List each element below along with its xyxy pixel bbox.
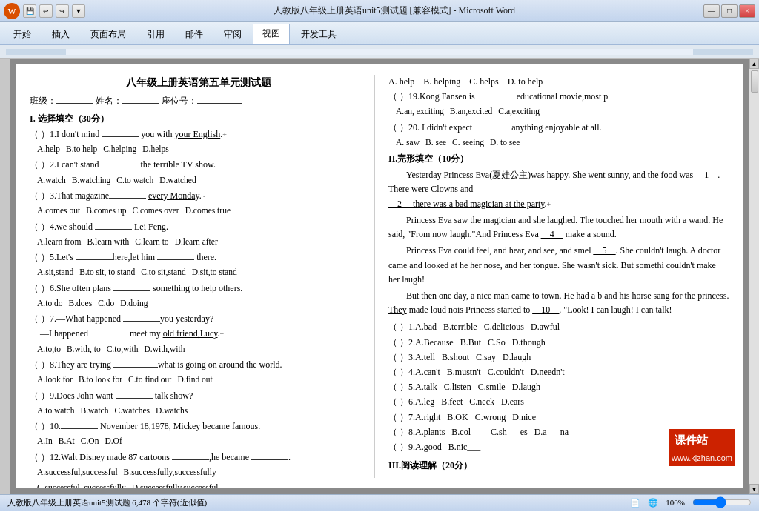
watermark-url: www.kjzhan.com [669,451,735,466]
q4-options: A.learn fromB.learn withC.learn toD.lear… [37,235,367,248]
q9-options: A.to watchB.watchC.watchesD.watchs [37,404,367,417]
doc-title: 八年级上册英语第五单元测试题 [30,75,367,91]
title-bar: W 💾 ↩ ↪ ▼ 人教版八年级上册英语unit5测试题 [兼容模式] - Mi… [0,0,759,22]
save-icon[interactable]: 💾 [23,4,36,18]
tab-insert[interactable]: 插入 [42,24,79,44]
right-top-line: A. help B. helping C. helps D. to help [388,75,729,89]
q1-opt-d: D.helps [142,142,168,156]
zoom-slider[interactable] [692,498,752,507]
q6-options: A.to doB.doesC.doD.doing [37,296,367,310]
q1-paren: （ ）1.I don't mind [30,129,102,139]
q1-opt-a: A.help [37,142,60,156]
status-left: 人教版八年级上册英语unit5测试题 6,478 个字符(近似值) [7,497,207,508]
q1-opt-b: B.to help [66,142,97,156]
q2-options: A.watchB.watchingC.to watchD.watched [37,173,367,187]
minimize-button[interactable]: — [703,4,720,18]
question-8: （ ）8.They are trying what is going on ar… [30,358,367,372]
scroll-up-button[interactable]: ▲ [749,59,759,69]
passage-intro: Yesterday Princess Eva(夏娃公主)was happy. S… [388,168,729,196]
q8-options: A.look forB.to look forC.to find outD.fi… [37,373,367,386]
passage-para3: Princess Eva could feel, and hear, and s… [388,244,729,287]
question-1: （ ）1.I don't mind you with your English.… [30,127,367,142]
watermark: 课件站 www.kjzhan.com [669,429,735,466]
cloze-5: （ ）5.A.talk C.listen C.smile D.laugh [388,380,729,394]
undo-icon[interactable]: ↩ [39,4,53,18]
section2-header: II.完形填空（10分） [388,152,729,166]
question-2: （ ）2.I can't stand the terrible TV show. [30,158,367,172]
cloze-2: （ ）2.A.Because B.But C.So D.though [388,336,729,350]
question-6: （ ）6.She often plans something to help o… [30,282,367,296]
redo-icon[interactable]: ↪ [56,4,69,18]
view-web-icon[interactable]: 🌐 [648,498,658,508]
question-20: （ ）20. I didn't expect anything enjoyabl… [388,121,729,135]
status-bar: 人教版八年级上册英语unit5测试题 6,478 个字符(近似值) 📄 🌐 10… [0,494,759,511]
q5-options: A.sit,standB.to sit, to standC.to sit,st… [37,265,367,279]
status-right: 📄 🌐 100% [630,498,752,508]
q3-options: A.comes outB.comes upC.comes overD.comes… [37,204,367,217]
q20-options: A. sawB. seeC. seeingD. to see [396,136,729,149]
ruler [0,45,759,59]
right-scrollbar[interactable]: ▲ ▼ [749,59,759,494]
close-button[interactable]: × [739,4,755,18]
window-controls: — □ × [703,4,755,18]
question-3: （ ）3.That magazine every Monday.~ [30,189,367,203]
cloze-1: （ ）1.A.bad B.terrible C.delicious D.awfu… [388,320,729,334]
question-9: （ ）9.Does John want talk show? [30,389,367,403]
cloze-6: （ ）6.A.leg B.feet C.neck D.ears [388,395,729,409]
scroll-down-button[interactable]: ▼ [749,484,759,494]
doc-subtitle: 班级： 姓名： 座位号： [30,94,367,108]
document-page: 八年级上册英语第五单元测试题 班级： 姓名： 座位号： I. 选择填空（30分）… [16,64,743,488]
doc-left-column: 八年级上册英语第五单元测试题 班级： 姓名： 座位号： I. 选择填空（30分）… [30,75,375,478]
document-main: 八年级上册英语第五单元测试题 班级： 姓名： 座位号： I. 选择填空（30分）… [10,59,749,494]
document-container: 八年级上册英语第五单元测试题 班级： 姓名： 座位号： I. 选择填空（30分）… [0,59,759,494]
tab-developer[interactable]: 开发工具 [291,24,346,44]
q1-opt-c: C.helping [103,142,136,156]
question-4: （ ）4.we should Lei Feng. [30,220,367,234]
customize-icon[interactable]: ▼ [72,4,85,18]
question-7-cont: —I happened meet my old friend,Lucy.+ [40,327,367,341]
cloze-3: （ ）3.A.tell B.shout C.say D.laugh [388,350,729,365]
section1-header: I. 选择填空（30分） [30,112,367,126]
question-7: （ ）7.—What happened you yesterday? [30,312,367,326]
title-bar-left: W 💾 ↩ ↪ ▼ [4,3,85,19]
question-12: （ ）12.Walt Disney made 87 cartoons ,he b… [30,450,367,465]
q10-options: A.InB.AtC.OnD.Of [37,434,367,448]
question-19: （ ）19.Kong Fansen is educational movie,m… [388,90,729,104]
view-print-icon[interactable]: 📄 [630,498,640,508]
doc-right-column: A. help B. helping C. helps D. to help （… [384,75,729,478]
question-10: （ ）10. November 18,1978, Mickey became f… [30,419,367,433]
passage-para4: But then one day, a nice man came to tow… [388,289,729,317]
office-logo: W [4,3,20,19]
tab-references[interactable]: 引用 [137,24,174,44]
question-5: （ ）5.Let's here,let him there. [30,250,367,265]
q1-options: A.help B.to help C.helping D.helps [37,142,367,156]
cloze-7: （ ）7.A.right B.OK C.wrong D.nice [388,410,729,425]
maximize-button[interactable]: □ [721,4,738,18]
q12-options2: C.successful, successfullyD.successfully… [37,481,367,488]
tab-layout[interactable]: 页面布局 [81,24,136,44]
passage-para2: Princess Eva saw the magician and she la… [388,213,729,242]
passage-line2: __2__ there was a bad magician at the pa… [388,197,729,211]
tab-mail[interactable]: 邮件 [176,24,213,44]
left-scrollbar [0,59,10,494]
scroll-thumb[interactable] [751,70,758,93]
zoom-level: 100% [666,498,685,508]
q7-options: A.to,toB.with, toC.to,withD.with,with [37,342,367,356]
tab-start[interactable]: 开始 [4,24,41,44]
q12-options: A.successful,successfulB.successfully,su… [37,465,367,479]
tab-review[interactable]: 审阅 [214,24,251,44]
ribbon: 开始 插入 页面布局 引用 邮件 审阅 视图 开发工具 [0,22,759,45]
ribbon-tabs: 开始 插入 页面布局 引用 邮件 审阅 视图 开发工具 [0,22,759,44]
window-title: 人教版八年级上册英语unit5测试题 [兼容模式] - Microsoft Wo… [85,4,703,17]
tab-view[interactable]: 视图 [253,24,290,44]
cloze-4: （ ）4.A.can't B.mustn't C.couldn't D.need… [388,365,729,379]
watermark-text: 课件站 [669,429,735,451]
q19-options: A.an, excitingB.an,excitedC.a,exciting [396,104,729,118]
